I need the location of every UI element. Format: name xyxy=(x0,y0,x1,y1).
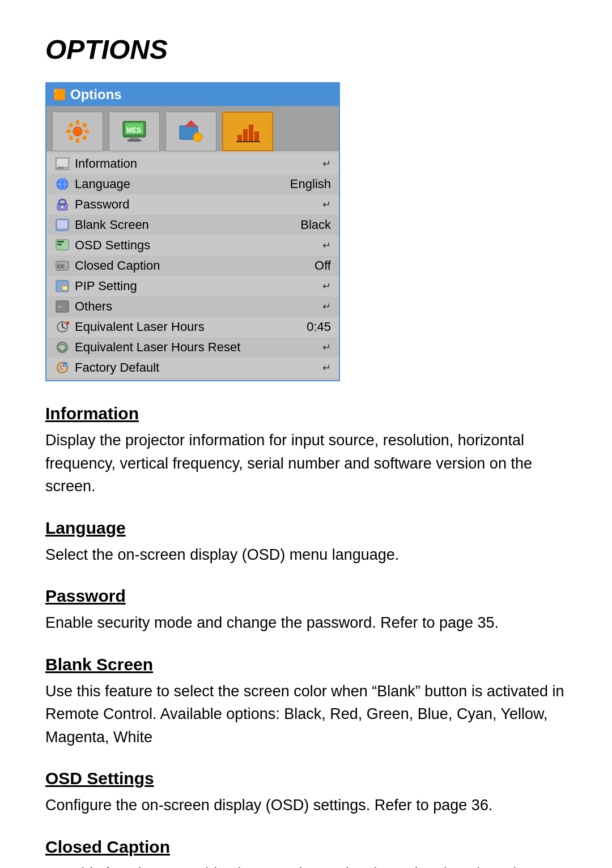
svg-rect-8 xyxy=(82,135,87,141)
svg-line-44 xyxy=(62,327,65,329)
pip-setting-icon xyxy=(54,280,70,292)
svg-rect-23 xyxy=(57,159,68,167)
section-osd-settings: OSD Settings Configure the on-screen dis… xyxy=(45,769,567,817)
language-label: Language xyxy=(75,177,286,192)
svg-rect-34 xyxy=(57,241,64,242)
password-icon xyxy=(54,198,70,211)
svg-rect-17 xyxy=(237,135,242,142)
osd-row-pip-setting: PIP Setting ↵ xyxy=(46,276,339,296)
svg-rect-11 xyxy=(130,137,139,139)
svg-marker-15 xyxy=(184,120,198,127)
svg-point-16 xyxy=(193,133,202,142)
laser-reset-label: Equivalent Laser Hours Reset xyxy=(75,340,313,355)
section-heading-password: Password xyxy=(45,586,567,606)
svg-rect-2 xyxy=(76,138,79,143)
svg-rect-20 xyxy=(254,131,259,142)
osd-row-osd-settings: OSD Settings ↵ xyxy=(46,235,339,256)
svg-rect-12 xyxy=(128,139,141,142)
osd-titlebar: 🟧 Options xyxy=(46,83,339,106)
section-text-language: Select the on-screen display (OSD) menu … xyxy=(45,543,567,567)
laser-hours-icon xyxy=(54,321,70,333)
blank-screen-icon xyxy=(54,219,70,231)
osd-title: Options xyxy=(70,87,122,103)
osd-menu-box: 🟧 Options xyxy=(45,82,340,381)
svg-text:+: + xyxy=(64,363,66,367)
osd-tabs: MES xyxy=(46,106,339,151)
section-heading-information: Information xyxy=(45,404,567,423)
information-icon xyxy=(54,158,70,170)
svg-point-30 xyxy=(61,206,63,208)
osd-tab-3[interactable] xyxy=(165,112,216,151)
svg-text:CC: CC xyxy=(57,263,65,269)
osd-tab-2[interactable]: MES xyxy=(109,112,160,151)
osd-row-others: ··· Others ↵ xyxy=(46,296,339,317)
section-text-closed-caption: Use this function to enable close captio… xyxy=(45,862,567,869)
section-heading-blank-screen: Blank Screen xyxy=(45,655,567,674)
osd-tab-1[interactable] xyxy=(52,112,103,151)
closed-caption-value: Off xyxy=(314,258,331,273)
osd-row-closed-caption: CC Closed Caption Off xyxy=(46,256,339,276)
others-label: Others xyxy=(75,299,313,314)
section-heading-closed-caption: Closed Caption xyxy=(45,837,567,857)
page-title: OPTIONS xyxy=(45,34,567,65)
svg-rect-35 xyxy=(57,244,62,245)
section-password: Password Enable security mode and change… xyxy=(45,586,567,635)
language-icon xyxy=(54,178,70,190)
svg-text:MES: MES xyxy=(126,126,141,134)
svg-rect-3 xyxy=(66,130,71,133)
osd-settings-label: OSD Settings xyxy=(75,238,313,253)
osd-rows: Information ↵ Language English Password … xyxy=(46,151,339,380)
osd-settings-icon xyxy=(54,239,70,252)
others-enter: ↵ xyxy=(322,300,331,313)
color-icon xyxy=(178,119,203,144)
section-heading-language: Language xyxy=(45,518,567,538)
svg-rect-1 xyxy=(76,120,79,125)
svg-rect-32 xyxy=(57,220,67,228)
svg-rect-19 xyxy=(249,125,253,142)
chart-icon xyxy=(235,119,260,144)
section-text-blank-screen: Use this feature to select the screen co… xyxy=(45,680,567,749)
laser-reset-enter: ↵ xyxy=(322,341,331,354)
password-enter: ↵ xyxy=(322,198,331,211)
svg-text:···: ··· xyxy=(58,304,62,310)
section-text-osd-settings: Configure the on-screen display (OSD) se… xyxy=(45,794,567,817)
osd-row-language: Language English xyxy=(46,174,339,194)
password-label: Password xyxy=(75,197,313,212)
section-text-information: Display the projector information for in… xyxy=(45,429,567,498)
osd-row-laser-reset: Equivalent Laser Hours Reset ↵ xyxy=(46,337,339,358)
svg-rect-6 xyxy=(82,122,87,128)
settings-icon xyxy=(65,119,90,144)
closed-caption-label: Closed Caption xyxy=(75,258,310,273)
laser-hours-label: Equivalent Laser Hours xyxy=(75,320,302,334)
osd-tab-4[interactable] xyxy=(222,112,273,151)
section-information: Information Display the projector inform… xyxy=(45,404,567,498)
laser-reset-icon xyxy=(54,341,70,354)
section-closed-caption: Closed Caption Use this function to enab… xyxy=(45,837,567,869)
svg-rect-7 xyxy=(68,135,74,141)
osd-row-blank-screen: Blank Screen Black xyxy=(46,215,339,235)
blank-screen-value: Black xyxy=(300,218,331,232)
section-heading-osd-settings: OSD Settings xyxy=(45,769,567,788)
osd-row-password: Password ↵ xyxy=(46,194,339,215)
others-icon: ··· xyxy=(54,300,70,313)
svg-rect-5 xyxy=(68,122,74,128)
closed-caption-icon: CC xyxy=(54,259,70,272)
osd-row-laser-hours: Equivalent Laser Hours 0:45 xyxy=(46,317,339,337)
svg-rect-18 xyxy=(243,129,248,142)
language-value: English xyxy=(290,177,331,192)
svg-rect-4 xyxy=(84,130,89,133)
information-enter: ↵ xyxy=(322,158,331,170)
svg-rect-24 xyxy=(58,167,63,169)
osd-row-information: Information ↵ xyxy=(46,154,339,174)
svg-rect-29 xyxy=(59,199,66,205)
factory-default-label: Factory Default xyxy=(75,360,313,375)
osd-row-factory-default: C+ Factory Default ↵ xyxy=(46,358,339,378)
factory-default-icon: C+ xyxy=(54,361,70,374)
svg-rect-39 xyxy=(62,286,67,290)
display-icon: MES xyxy=(122,120,147,143)
blank-screen-label: Blank Screen xyxy=(75,218,296,232)
pip-setting-label: PIP Setting xyxy=(75,279,313,293)
factory-default-enter: ↵ xyxy=(322,361,331,374)
section-language: Language Select the on-screen display (O… xyxy=(45,518,567,567)
pip-setting-enter: ↵ xyxy=(322,280,331,292)
